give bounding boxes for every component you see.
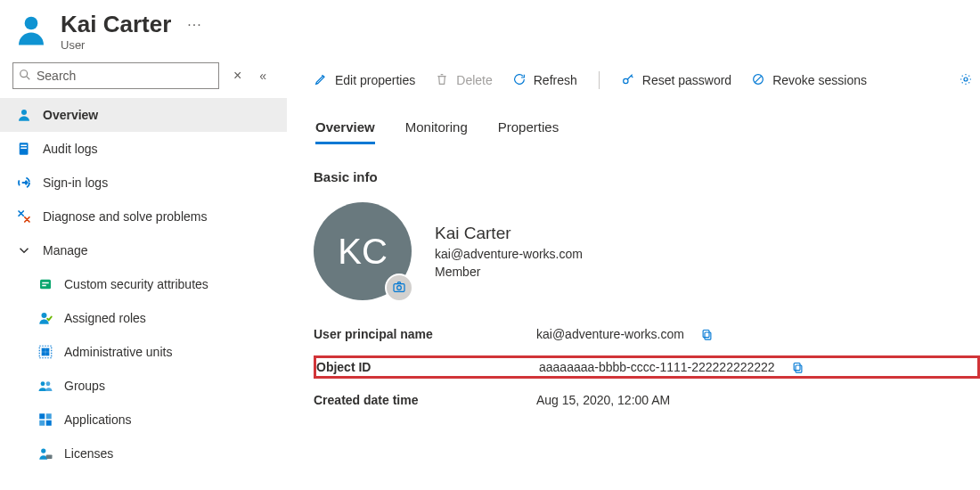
avatar-wrap: KC bbox=[314, 202, 412, 300]
sidebar-item-diagnose[interactable]: Diagnose and solve problems bbox=[0, 200, 287, 233]
sidebar-item-groups[interactable]: Groups bbox=[0, 369, 287, 403]
svg-rect-6 bbox=[20, 148, 27, 150]
svg-rect-32 bbox=[703, 330, 709, 337]
button-label: Edit properties bbox=[335, 73, 415, 87]
refresh-button[interactable]: Refresh bbox=[512, 72, 577, 89]
svg-rect-34 bbox=[794, 363, 800, 370]
sidebar: × « Overview Audit logs bbox=[0, 59, 287, 490]
svg-point-11 bbox=[42, 313, 47, 318]
sidebar-item-assigned-roles[interactable]: Assigned roles bbox=[0, 301, 287, 335]
search-input[interactable] bbox=[37, 69, 213, 83]
main-content: Edit properties Delete Refresh bbox=[287, 59, 980, 490]
groups-icon bbox=[37, 378, 53, 394]
delete-button: Delete bbox=[435, 72, 492, 89]
signin-icon bbox=[16, 175, 32, 191]
search-icon bbox=[19, 69, 31, 84]
copy-object-id-button[interactable] bbox=[791, 361, 804, 374]
sidebar-item-label: Diagnose and solve problems bbox=[43, 209, 207, 224]
change-photo-button[interactable] bbox=[385, 274, 413, 302]
svg-rect-33 bbox=[796, 365, 802, 372]
svg-rect-10 bbox=[42, 285, 46, 287]
edit-properties-button[interactable]: Edit properties bbox=[314, 72, 415, 89]
command-toolbar: Edit properties Delete Refresh bbox=[314, 61, 980, 100]
user-display-name: Kai Carter bbox=[435, 224, 583, 243]
sidebar-item-label: Administrative units bbox=[64, 345, 172, 359]
search-box[interactable] bbox=[12, 62, 219, 89]
svg-rect-19 bbox=[39, 413, 45, 419]
copy-upn-button[interactable] bbox=[700, 328, 714, 341]
sidebar-item-administrative-units[interactable]: Administrative units bbox=[0, 335, 287, 369]
reset-password-button[interactable]: Reset password bbox=[621, 72, 731, 89]
sidebar-item-custom-security-attributes[interactable]: Custom security attributes bbox=[0, 267, 287, 301]
svg-rect-14 bbox=[46, 348, 49, 351]
revoke-sessions-button[interactable]: Revoke sessions bbox=[751, 72, 867, 89]
sidebar-item-label: Groups bbox=[64, 379, 105, 393]
svg-point-28 bbox=[964, 78, 968, 81]
trash-icon bbox=[435, 72, 449, 89]
upn-row: User principal name kai@adventure-works.… bbox=[314, 325, 980, 343]
sidebar-item-licenses[interactable]: Licenses bbox=[0, 437, 287, 470]
person-icon bbox=[16, 107, 32, 123]
svg-rect-8 bbox=[40, 280, 51, 290]
svg-point-3 bbox=[21, 110, 27, 115]
toolbar-divider bbox=[599, 71, 600, 89]
svg-line-2 bbox=[27, 76, 29, 78]
basic-info-title: Basic info bbox=[314, 169, 980, 184]
button-label: Refresh bbox=[534, 73, 577, 87]
created-value: Aug 15, 2020, 12:00 AM bbox=[536, 393, 670, 407]
svg-rect-9 bbox=[42, 282, 49, 284]
page-subtitle: User bbox=[61, 38, 202, 52]
more-actions-button[interactable]: ··· bbox=[187, 17, 201, 33]
grid-icon bbox=[37, 344, 53, 360]
upn-label: User principal name bbox=[314, 327, 536, 341]
sidebar-item-label: Manage bbox=[43, 243, 88, 257]
button-label: Delete bbox=[456, 73, 492, 87]
tab-bar: Overview Monitoring Properties bbox=[314, 119, 980, 144]
toolbar-settings-button[interactable] bbox=[959, 72, 973, 89]
tab-monitoring[interactable]: Monitoring bbox=[405, 119, 468, 144]
sidebar-item-overview[interactable]: Overview bbox=[0, 98, 287, 132]
chevron-down-icon bbox=[16, 242, 32, 258]
sidebar-item-audit-logs[interactable]: Audit logs bbox=[0, 132, 287, 166]
clear-search-button[interactable]: × bbox=[228, 68, 247, 84]
user-type: Member bbox=[435, 265, 583, 279]
sidebar-item-label: Overview bbox=[43, 108, 98, 122]
sidebar-item-label: Assigned roles bbox=[64, 311, 146, 325]
camera-icon bbox=[392, 280, 406, 297]
tab-overview[interactable]: Overview bbox=[315, 119, 375, 144]
svg-point-17 bbox=[41, 381, 45, 386]
upn-value: kai@adventure-works.com bbox=[536, 327, 684, 341]
tab-properties[interactable]: Properties bbox=[498, 119, 559, 144]
svg-rect-22 bbox=[46, 421, 52, 426]
page-title: Kai Carter bbox=[61, 11, 171, 38]
svg-point-25 bbox=[623, 78, 627, 83]
svg-rect-29 bbox=[394, 283, 404, 291]
button-label: Reset password bbox=[642, 73, 731, 87]
button-label: Revoke sessions bbox=[772, 73, 867, 87]
sidebar-item-signin-logs[interactable]: Sign-in logs bbox=[0, 166, 287, 200]
sidebar-item-label: Licenses bbox=[64, 446, 113, 461]
sidebar-section-manage[interactable]: Manage bbox=[0, 233, 287, 267]
person-check-icon bbox=[37, 310, 53, 326]
svg-rect-12 bbox=[39, 346, 52, 358]
refresh-icon bbox=[512, 72, 527, 89]
page-header: Kai Carter ··· User bbox=[0, 0, 980, 59]
object-id-label: Object ID bbox=[316, 360, 539, 374]
key-icon bbox=[621, 72, 635, 89]
object-id-row: Object ID aaaaaaaa-bbbb-cccc-1111-222222… bbox=[314, 355, 980, 379]
object-id-value: aaaaaaaa-bbbb-cccc-1111-222222222222 bbox=[539, 360, 775, 374]
sidebar-item-label: Applications bbox=[64, 412, 132, 427]
block-icon bbox=[751, 72, 765, 89]
svg-point-23 bbox=[41, 448, 45, 453]
svg-point-18 bbox=[46, 381, 51, 386]
svg-rect-5 bbox=[20, 145, 27, 147]
svg-point-0 bbox=[25, 17, 38, 30]
collapse-sidebar-button[interactable]: « bbox=[256, 69, 270, 83]
svg-rect-20 bbox=[46, 413, 52, 419]
sidebar-item-applications[interactable]: Applications bbox=[0, 403, 287, 437]
svg-rect-31 bbox=[705, 332, 711, 339]
created-label: Created date time bbox=[314, 393, 536, 407]
sidebar-item-label: Audit logs bbox=[43, 142, 97, 156]
svg-rect-13 bbox=[42, 348, 45, 351]
svg-point-1 bbox=[20, 69, 28, 77]
